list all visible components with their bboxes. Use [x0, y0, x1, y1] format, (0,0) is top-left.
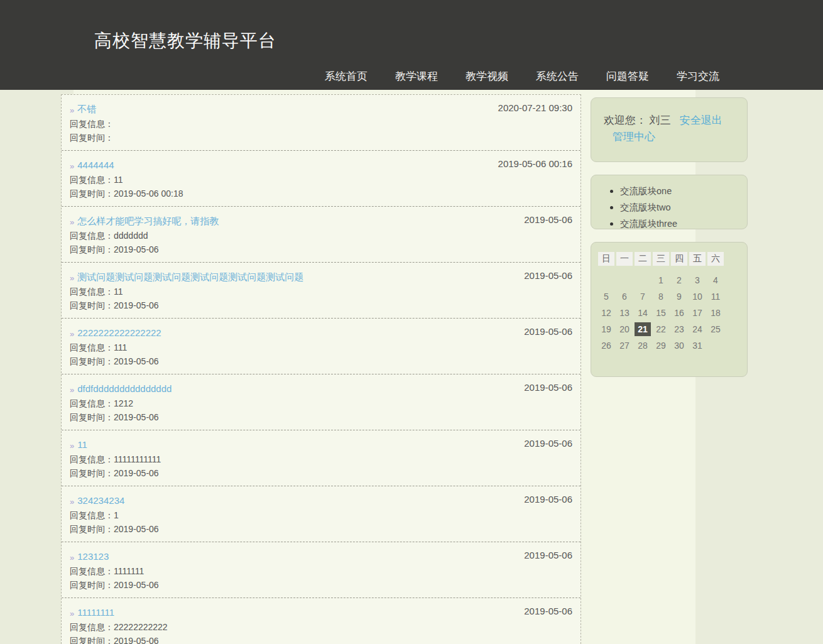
qa-date: 2019-05-06 — [524, 550, 572, 560]
qa-reply-time-line: 回复时间：2019-05-06 — [70, 244, 572, 255]
qa-date: 2019-05-06 — [524, 494, 572, 505]
qa-item: »测试问题测试问题测试问题测试问题测试问题测试问题 2019-05-06 回复信… — [62, 263, 580, 319]
qa-reply-info-line: 回复信息：ddddddd — [70, 231, 572, 241]
calendar-day[interactable]: 9 — [671, 290, 687, 303]
calendar-day[interactable]: 15 — [653, 306, 669, 320]
calendar-day[interactable]: 17 — [689, 306, 706, 320]
qa-date: 2019-05-06 — [524, 326, 572, 337]
qa-reply-time-line: 回复时间：2019-05-06 — [70, 412, 572, 423]
board-item-label[interactable]: 交流版块one — [620, 186, 672, 196]
calendar-day[interactable]: 6 — [616, 290, 633, 303]
qa-title-link[interactable]: 不错 — [77, 104, 96, 114]
qa-reply-info-line: 回复信息：11 — [70, 175, 572, 185]
reply-info-label: 回复信息： — [70, 566, 114, 576]
reply-info-label: 回复信息： — [70, 119, 114, 129]
qa-title-row: »怎么样才能吧学习搞好呢，请指教 — [70, 215, 572, 227]
nav-item[interactable]: 问题答疑 — [606, 69, 649, 84]
calendar-day[interactable]: 22 — [653, 322, 669, 336]
weekday-cell: 一 — [616, 252, 633, 266]
calendar-day[interactable]: 5 — [598, 290, 614, 303]
qa-reply-info-line: 回复信息：1212 — [70, 398, 572, 409]
reply-time-value: 2019-05-06 — [114, 300, 159, 310]
qa-reply-info-line: 回复信息：1 — [70, 510, 572, 521]
nav-item[interactable]: 学习交流 — [677, 69, 719, 84]
calendar-day[interactable]: 26 — [598, 339, 614, 352]
qa-title-link[interactable]: 123123 — [77, 551, 109, 562]
boards-box: 交流版块one 交流版块two 交流版块three — [591, 175, 748, 229]
reply-info-value: 1212 — [114, 398, 133, 408]
qa-item: »11111111 2019-05-06 回复信息：22222222222 回复… — [62, 598, 580, 644]
nav-item[interactable]: 教学课程 — [395, 69, 438, 84]
qa-reply-time-line: 回复时间：2019-05-06 00:18 — [70, 188, 572, 199]
qa-title-row: »11111111 — [70, 606, 572, 619]
logout-link[interactable]: 安全退出 — [680, 114, 722, 126]
calendar-day[interactable]: 24 — [689, 322, 706, 336]
qa-title-link[interactable]: 测试问题测试问题测试问题测试问题测试问题测试问题 — [77, 271, 303, 282]
reply-time-value: 2019-05-06 — [114, 636, 159, 644]
calendar-day[interactable]: 8 — [653, 290, 669, 303]
calendar-day[interactable]: 20 — [616, 322, 633, 336]
calendar-day[interactable]: 12 — [598, 306, 614, 320]
calendar-day[interactable]: 14 — [635, 306, 651, 320]
double-arrow-icon: » — [70, 497, 74, 506]
calendar-day[interactable]: 7 — [635, 290, 651, 303]
qa-reply-info-line: 回复信息：111 — [70, 342, 572, 353]
calendar-day[interactable]: 10 — [689, 290, 706, 303]
calendar-day[interactable]: 23 — [671, 322, 687, 336]
reply-info-value: 111 — [114, 342, 127, 352]
double-arrow-icon: » — [70, 553, 74, 562]
calendar-day[interactable]: 18 — [707, 306, 724, 320]
calendar-weekday-header: 日 一 二 三 四 五 六 — [598, 252, 747, 273]
reply-time-value: 2019-05-06 — [114, 524, 159, 534]
calendar-day[interactable]: 25 — [707, 322, 724, 336]
qa-reply-time-line: 回复时间：2019-05-06 — [70, 356, 572, 367]
qa-title-link[interactable]: 11 — [77, 439, 87, 450]
calendar-day[interactable]: 31 — [689, 339, 706, 352]
calendar-day[interactable]: 29 — [653, 339, 669, 352]
reply-info-label: 回复信息： — [70, 287, 114, 297]
reply-info-value: 1 — [114, 510, 119, 520]
qa-reply-time-line: 回复时间：2019-05-06 — [70, 580, 572, 591]
qa-title-link[interactable]: 怎么样才能吧学习搞好呢，请指教 — [77, 216, 219, 226]
qa-title-link[interactable]: 4444444 — [77, 160, 114, 170]
qa-item: »11 2019-05-06 回复信息：11111111111 回复时间：201… — [62, 430, 580, 486]
reply-info-label: 回复信息： — [70, 342, 114, 352]
board-item-label[interactable]: 交流版块three — [620, 219, 677, 229]
qa-date: 2020-07-21 09:30 — [498, 102, 572, 113]
qa-title-link[interactable]: 2222222222222222 — [77, 327, 161, 338]
reply-info-value: 11111111111 — [114, 454, 161, 464]
calendar-day[interactable]: 1 — [653, 273, 669, 287]
double-arrow-icon: » — [70, 385, 74, 395]
qa-title-link[interactable]: 11111111 — [77, 607, 114, 618]
weekday-cell: 二 — [635, 252, 651, 266]
reply-info-value: 11 — [114, 175, 123, 185]
nav-item[interactable]: 系统首页 — [325, 69, 368, 84]
calendar-day[interactable]: 11 — [707, 290, 724, 303]
qa-date: 2019-05-06 — [524, 606, 572, 616]
calendar-day[interactable]: 28 — [635, 339, 651, 352]
qa-title-link[interactable]: dfdfddddddddddddddd — [77, 383, 172, 394]
admin-center-link[interactable]: 管理中心 — [613, 131, 655, 143]
calendar-day[interactable]: 3 — [689, 273, 706, 287]
calendar-days: 1 2 3 4 5 6 7 8 9 10 11 12 13 14 15 16 1… — [598, 273, 747, 355]
reply-time-value: 2019-05-06 — [114, 244, 159, 254]
calendar-day-empty — [635, 273, 651, 287]
qa-date: 2019-05-06 00:16 — [498, 158, 572, 169]
board-item-label[interactable]: 交流版块two — [620, 202, 671, 212]
calendar-day[interactable]: 16 — [671, 306, 687, 320]
qa-title-row: »测试问题测试问题测试问题测试问题测试问题测试问题 — [70, 271, 572, 283]
calendar-day[interactable]: 4 — [707, 273, 724, 287]
reply-time-value: 2019-05-06 — [114, 356, 159, 366]
calendar-day[interactable]: 30 — [671, 339, 687, 352]
calendar-day-selected[interactable]: 21 — [635, 322, 651, 336]
calendar-day[interactable]: 13 — [616, 306, 633, 320]
qa-reply-time-line: 回复时间：2019-05-06 — [70, 468, 572, 479]
reply-time-label: 回复时间： — [70, 300, 114, 310]
nav-item[interactable]: 系统公告 — [536, 69, 579, 84]
qa-title-link[interactable]: 324234234 — [77, 495, 124, 506]
boards-list: 交流版块one 交流版块two 交流版块three — [591, 185, 747, 230]
calendar-day[interactable]: 2 — [671, 273, 687, 287]
nav-item[interactable]: 教学视频 — [466, 69, 508, 84]
calendar-day[interactable]: 27 — [616, 339, 633, 352]
calendar-day[interactable]: 19 — [598, 322, 614, 336]
